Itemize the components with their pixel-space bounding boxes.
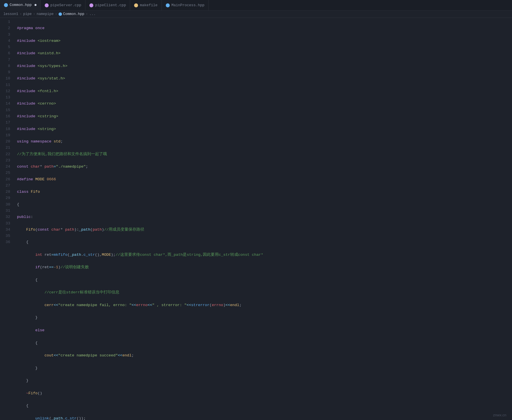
code-line-25: else — [17, 327, 512, 334]
tab-label: pipeServer.cpp — [50, 3, 81, 7]
tab-bar: Common.hpp pipeServer.cpp pipeClient.cpp… — [0, 0, 512, 11]
code-line-32: unlink(_path.c_str()); — [17, 415, 512, 420]
code-line-2: #include <iostream> — [17, 38, 512, 44]
code-line-13: #define MODE 0666 — [17, 176, 512, 183]
breadcrumb-part[interactable]: lesson1 — [3, 12, 18, 16]
breadcrumb-file[interactable]: Common.hpp — [63, 12, 84, 16]
breadcrumb-more: ... — [89, 12, 96, 16]
breadcrumb-current: Common.hpp — [59, 12, 84, 16]
code-line-21: { — [17, 277, 512, 283]
tab-label: pipeClient.cpp — [95, 3, 126, 7]
breadcrumb-sep: › — [55, 12, 57, 16]
tab-common-hpp[interactable]: Common.hpp — [0, 0, 41, 11]
code-line-18: { — [17, 239, 512, 245]
editor: 12345 678910 1112131415 1617181920 21222… — [0, 18, 512, 420]
breadcrumb-sep: › — [86, 12, 88, 16]
breadcrumb: lesson1 › pipe › namepipe › Common.hpp ›… — [0, 11, 512, 18]
code-line-24: } — [17, 315, 512, 321]
code-line-19: int ret=mkfifo(_path.c_str(),MODE);//这里要… — [17, 252, 512, 258]
code-line-9: #include <string> — [17, 126, 512, 132]
code-line-26: { — [17, 340, 512, 346]
code-line-1: #pragma once — [17, 25, 512, 31]
code-content[interactable]: #pragma once #include <iostream> #includ… — [15, 18, 512, 420]
breadcrumb-sep: › — [33, 12, 35, 16]
code-line-28: } — [17, 365, 512, 371]
code-line-31: { — [17, 403, 512, 409]
code-line-20: if(ret==-1)//说明创建失败 — [17, 264, 512, 270]
code-line-3: #include <unistd.h> — [17, 50, 512, 57]
modified-dot — [35, 4, 36, 6]
tab-pipe-client[interactable]: pipeClient.cpp — [85, 0, 130, 11]
code-line-29: } — [17, 378, 512, 384]
watermark: znwx.cn — [493, 413, 506, 417]
code-line-16: public: — [17, 214, 512, 220]
code-line-4: #include <sys/types.h> — [17, 63, 512, 69]
tab-label: Common.hpp — [10, 3, 32, 7]
code-line-27: cout<<"create namedpipe succeed"<<endl; — [17, 352, 512, 359]
tab-main-process[interactable]: MainProcess.hpp — [162, 0, 209, 11]
code-line-23: cerr<<"create namedpipe fail, errno: "<<… — [17, 302, 512, 308]
cpp-icon — [4, 3, 8, 7]
code-line-12: const char* path="./namedpipe"; — [17, 164, 512, 170]
code-line-8: #include <cstring> — [17, 113, 512, 120]
breadcrumb-part[interactable]: pipe — [23, 12, 32, 16]
code-line-14: class Fifo — [17, 189, 512, 195]
code-line-11: //为了方便来玩,我们把路径和文件名搞到一起了哦 — [17, 151, 512, 157]
code-line-6: #include <fcntl.h> — [17, 88, 512, 94]
code-line-17: Fifo(const char* path):_path(path)//用成员变… — [17, 227, 512, 233]
cpp-icon — [166, 3, 170, 7]
breadcrumb-part[interactable]: namepipe — [37, 12, 54, 16]
cpp-icon — [89, 3, 93, 7]
code-line-5: #include <sys/stat.h> — [17, 75, 512, 82]
code-line-30: ~Fifo() — [17, 390, 512, 397]
code-line-7: #include <cerrno> — [17, 101, 512, 107]
code-line-15: { — [17, 202, 512, 208]
code-line-10: using namespace std; — [17, 138, 512, 145]
tab-label: MainProcess.hpp — [171, 3, 205, 7]
cpp-icon — [45, 3, 49, 7]
code-line-22: //cerr是往stderr标准错误当中打印信息 — [17, 289, 512, 296]
breadcrumb-sep: › — [20, 12, 22, 16]
tab-pipe-server[interactable]: pipeServer.cpp — [41, 0, 85, 11]
tab-label: makefile — [140, 3, 157, 7]
line-numbers: 12345 678910 1112131415 1617181920 21222… — [0, 18, 15, 420]
cpp-icon — [59, 12, 62, 16]
makefile-icon — [134, 3, 138, 7]
tab-makefile[interactable]: makefile — [130, 0, 162, 11]
